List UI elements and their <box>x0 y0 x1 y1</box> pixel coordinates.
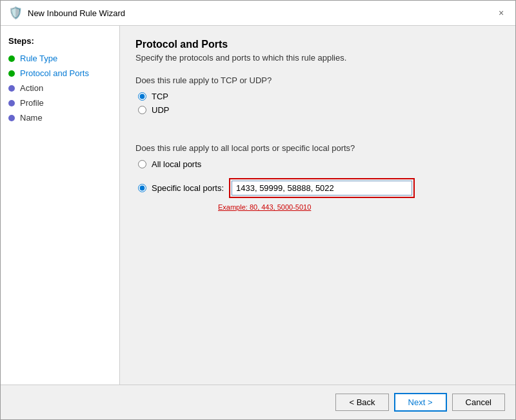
close-button[interactable]: × <box>495 6 508 19</box>
dot-icon <box>8 70 15 77</box>
title-bar: 🛡️ New Inbound Rule Wizard × <box>1 1 515 26</box>
dot-icon <box>8 100 15 106</box>
sidebar-item-name[interactable]: Name <box>1 110 119 125</box>
title-bar-left: 🛡️ New Inbound Rule Wizard <box>8 6 125 20</box>
all-ports-label: All local ports <box>152 159 201 169</box>
ports-radio-group: All local ports Specific local ports: Ex… <box>135 159 500 212</box>
sidebar-label-rule-type: Rule Type <box>20 54 57 63</box>
all-ports-option[interactable]: All local ports <box>138 159 500 169</box>
ports-question: Does this rule apply to all local ports … <box>135 143 500 153</box>
sidebar-item-profile[interactable]: Profile <box>1 95 119 110</box>
back-button[interactable]: < Back <box>335 394 388 411</box>
all-ports-radio[interactable] <box>138 160 146 168</box>
tcp-radio[interactable] <box>138 92 146 101</box>
dot-icon <box>8 85 15 92</box>
window-title: New Inbound Rule Wizard <box>28 8 125 18</box>
cancel-button[interactable]: Cancel <box>452 394 505 411</box>
specific-ports-option[interactable]: Specific local ports: <box>138 183 224 193</box>
sidebar-label-protocol: Protocol and Ports <box>20 68 89 78</box>
ports-input-wrapper <box>229 178 415 198</box>
tcp-option[interactable]: TCP <box>138 92 500 101</box>
sidebar-item-protocol[interactable]: Protocol and Ports <box>1 66 119 81</box>
content-area: Steps: Rule Type Protocol and Ports Acti… <box>1 26 515 385</box>
wizard-window: 🛡️ New Inbound Rule Wizard × Steps: Rule… <box>0 0 516 420</box>
protocol-radio-group: TCP UDP <box>135 92 500 115</box>
dot-icon <box>8 55 15 62</box>
sidebar-title: Steps: <box>1 34 119 51</box>
dot-icon <box>8 115 15 121</box>
page-subtitle: Specify the protocols and ports to which… <box>135 53 500 63</box>
sidebar-item-action[interactable]: Action <box>1 81 119 95</box>
footer: < Back Next > Cancel <box>1 385 515 419</box>
ports-input[interactable] <box>232 181 412 195</box>
sidebar: Steps: Rule Type Protocol and Ports Acti… <box>1 26 120 385</box>
udp-label: UDP <box>152 105 169 115</box>
specific-ports-row: Specific local ports: <box>138 178 500 198</box>
udp-option[interactable]: UDP <box>138 105 500 115</box>
next-button[interactable]: Next > <box>394 393 447 412</box>
main-content: Protocol and Ports Specify the protocols… <box>120 26 515 385</box>
example-area: Example: 80, 443, 5000-5010 <box>138 202 500 212</box>
sidebar-item-rule-type[interactable]: Rule Type <box>1 51 119 66</box>
tcp-label: TCP <box>152 92 168 101</box>
protocol-question: Does this rule apply to TCP or UDP? <box>135 75 500 85</box>
specific-ports-label: Specific local ports: <box>152 183 224 193</box>
example-text: Example: 80, 443, 5000-5010 <box>215 203 311 211</box>
protocol-section: Does this rule apply to TCP or UDP? TCP … <box>135 75 500 115</box>
sidebar-label-name: Name <box>20 113 43 123</box>
sidebar-label-profile: Profile <box>20 98 44 108</box>
specific-ports-radio[interactable] <box>138 184 146 192</box>
page-title: Protocol and Ports <box>135 39 500 50</box>
sidebar-label-action: Action <box>20 83 43 93</box>
wizard-icon: 🛡️ <box>8 6 23 20</box>
ports-section: Does this rule apply to all local ports … <box>135 143 500 212</box>
udp-radio[interactable] <box>138 106 146 114</box>
